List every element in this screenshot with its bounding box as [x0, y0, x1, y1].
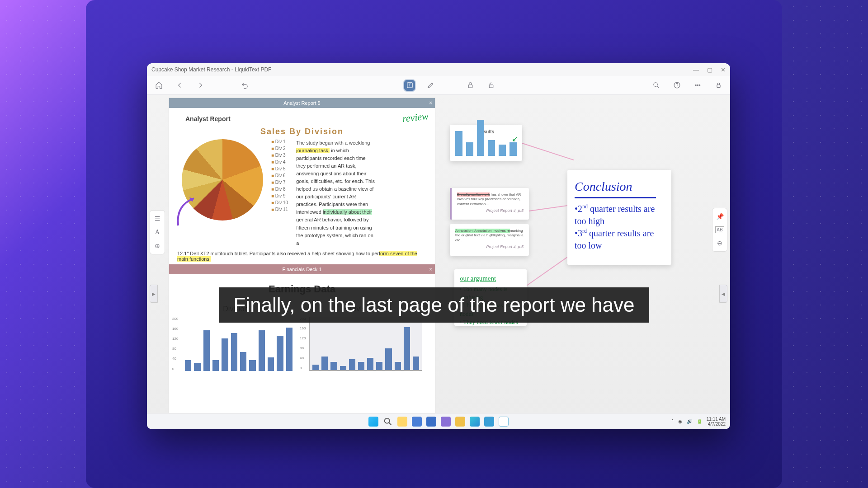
pen-tool-icon[interactable]	[425, 80, 436, 91]
battery-icon[interactable]: 🔋	[697, 419, 702, 424]
zoom-out-icon[interactable]: ⊖	[717, 239, 722, 247]
doc1-body: review Analyst Report Sales By Division …	[169, 108, 435, 264]
video-caption: Finally, on the last page of the report …	[219, 287, 649, 323]
content-area: ☰ A ⊕ ▶ 📌 AB ⊖ ◀ Analyst Report 5 × revi…	[147, 95, 730, 429]
svg-point-5	[695, 84, 696, 85]
results-card[interactable]: Results ↙	[450, 125, 522, 161]
excerpt1-strike: Broadly, earlier work	[457, 192, 490, 197]
taskbar-folder-icon[interactable]	[455, 417, 465, 427]
taskbar-store-icon[interactable]	[484, 417, 494, 427]
maximize-button[interactable]: ▢	[707, 66, 712, 73]
excerpt-card-2[interactable]: Annotation. Annotation involves remarkin…	[450, 224, 529, 256]
legend-item: Div 5	[271, 166, 288, 171]
excerpt-card-1[interactable]: Broadly, earlier work Broadly, earlier w…	[450, 188, 529, 220]
volume-icon[interactable]: 🔊	[687, 419, 692, 424]
more-icon[interactable]	[692, 80, 703, 91]
highlight-yellow: journaling task,	[296, 148, 330, 153]
start-button[interactable]	[368, 417, 378, 427]
share-lock-icon[interactable]	[713, 80, 724, 91]
legend-item: Div 6	[271, 173, 288, 178]
legend-item: Div 11	[271, 207, 288, 212]
highlight-green: individually about their	[323, 209, 372, 215]
legend-item: Div 4	[271, 160, 288, 164]
help-icon[interactable]	[671, 80, 682, 91]
add-page-icon[interactable]: ⊕	[155, 242, 160, 249]
back-icon[interactable]	[174, 80, 185, 91]
legend-item: Div 10	[271, 200, 288, 205]
text-box-icon[interactable]: AB	[715, 226, 724, 233]
link-line	[522, 143, 574, 160]
collapse-right-handle[interactable]: ◀	[719, 285, 727, 303]
app-window: Cupcake Shop Market Research - LiquidTex…	[147, 63, 730, 429]
home-icon[interactable]	[153, 80, 164, 91]
doc-tools-rail: ☰ A ⊕	[150, 210, 165, 254]
doc-tab-2[interactable]: Financials Deck 1 ×	[169, 264, 435, 274]
link-line	[526, 257, 567, 286]
taskbar-app-icon[interactable]	[426, 417, 436, 427]
taskbar-app-icon[interactable]	[412, 417, 422, 427]
doc1-footline: 12.1" Dell XT2 multitouch tablet. Partic…	[177, 251, 427, 262]
taskbar-edge-icon[interactable]	[470, 417, 480, 427]
ink-annotation-review: review	[402, 110, 429, 125]
excerpt-source: Project Report 4, p.5	[455, 244, 524, 249]
workspace-pane[interactable]: Results ↙ Broadly, earlier work Broadly,…	[441, 98, 708, 427]
lock-closed-icon[interactable]	[465, 80, 476, 91]
text-select-tool-icon[interactable]	[404, 80, 415, 91]
minimize-button[interactable]: —	[693, 66, 699, 73]
titlebar: Cupcake Shop Market Research - LiquidTex…	[147, 63, 730, 76]
pie-chart-title: Sales By Division	[177, 127, 427, 136]
taskbar-liquidtext-icon[interactable]	[499, 417, 509, 427]
doc-tab-1-label: Analyst Report 5	[283, 100, 320, 106]
forward-icon[interactable]	[195, 80, 206, 91]
lock-open-icon[interactable]	[486, 80, 496, 91]
doc-tab-2-label: Financials Deck 1	[283, 267, 322, 272]
legend-item: Div 8	[271, 187, 288, 192]
workspace-tools-rail: 📌 AB ⊖	[712, 208, 727, 252]
svg-rect-8	[717, 85, 720, 88]
svg-rect-1	[468, 85, 472, 88]
close-tab-icon[interactable]: ×	[429, 100, 432, 106]
ink-underline	[575, 197, 656, 198]
legend-item: Div 2	[271, 146, 288, 151]
svg-point-3	[653, 83, 657, 87]
collapse-left-handle[interactable]: ▶	[150, 285, 158, 303]
results-title: Results	[455, 129, 517, 134]
outline-icon[interactable]: ☰	[155, 215, 160, 222]
taskbar-chat-icon[interactable]	[441, 417, 451, 427]
clock-time: 11:11 AM	[707, 417, 726, 422]
search-icon[interactable]	[651, 80, 661, 91]
system-tray[interactable]: ˄ ◉ 🔊 🔋 11:11 AM 4/7/2022	[671, 417, 726, 427]
legend-item: Div 9	[271, 193, 288, 198]
legend-item: Div 3	[271, 153, 288, 158]
ink-arrow	[174, 196, 201, 228]
text-style-icon[interactable]: A	[155, 229, 160, 236]
close-tab-icon[interactable]: ×	[429, 266, 432, 272]
legend-item: Div 1	[271, 139, 288, 144]
document-pane: Analyst Report 5 × review Analyst Report…	[169, 98, 435, 427]
ink-arrow-green: ↙	[512, 134, 519, 144]
svg-rect-2	[489, 85, 493, 88]
doc1-paragraph[interactable]: The study began with a weeklong journali…	[296, 139, 375, 247]
legend-item: Div 7	[271, 180, 288, 185]
svg-point-6	[697, 84, 698, 85]
undo-icon[interactable]	[239, 80, 250, 91]
conclusion-card[interactable]: Conclusion •2nd quarter results are too …	[567, 170, 671, 265]
toolbar	[147, 76, 730, 95]
pin-icon[interactable]: 📌	[716, 213, 724, 220]
close-button[interactable]: ✕	[721, 66, 726, 73]
taskbar-search-icon[interactable]	[383, 417, 393, 427]
excerpt-source: Project Report 4, p.5	[457, 208, 524, 213]
pie-legend: Div 1 Div 2 Div 3 Div 4 Div 5 Div 6 Div …	[271, 139, 288, 247]
doc-tab-1[interactable]: Analyst Report 5 ×	[169, 98, 435, 108]
tray-chevron-icon[interactable]: ˄	[671, 419, 674, 424]
window-title: Cupcake Shop Market Research - LiquidTex…	[151, 66, 271, 73]
doc1-heading: Analyst Report	[185, 115, 427, 122]
taskbar-explorer-icon[interactable]	[397, 417, 407, 427]
wifi-icon[interactable]: ◉	[678, 419, 682, 424]
svg-point-9	[385, 418, 390, 423]
svg-point-7	[699, 84, 700, 85]
clock-date: 4/7/2022	[707, 422, 726, 427]
windows-taskbar: ˄ ◉ 🔊 🔋 11:11 AM 4/7/2022	[147, 413, 730, 429]
